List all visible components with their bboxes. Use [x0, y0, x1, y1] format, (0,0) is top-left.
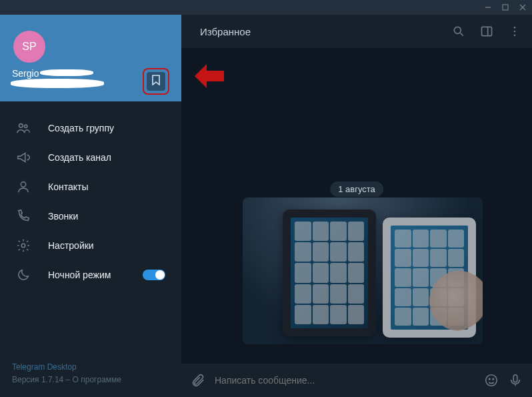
saved-messages-button[interactable]: [147, 72, 165, 91]
svg-point-17: [493, 378, 493, 379]
svg-point-14: [514, 35, 516, 37]
menu-label: Контакты: [48, 181, 88, 192]
sidepanel-button[interactable]: [480, 25, 493, 38]
panel-icon: [480, 25, 493, 38]
svg-point-15: [486, 375, 497, 386]
header-actions: [452, 25, 521, 38]
app-name-label: Telegram Desktop: [12, 361, 169, 374]
chat-header: Избранное: [181, 15, 532, 48]
maximize-button[interactable]: [501, 3, 509, 11]
menu-item-calls[interactable]: Звонки: [0, 202, 181, 231]
svg-point-6: [21, 182, 25, 187]
night-mode-toggle[interactable]: [143, 270, 165, 280]
message-photo[interactable]: [243, 197, 483, 344]
redacted-text: [40, 69, 93, 76]
annotation-highlight: [143, 68, 169, 95]
phone-icon: [16, 209, 31, 224]
person-icon: [16, 179, 31, 194]
svg-rect-18: [513, 375, 517, 382]
separator: –: [63, 375, 72, 384]
menu-label: Настройки: [48, 240, 94, 251]
gear-icon: [16, 238, 31, 253]
emoji-button[interactable]: [484, 373, 499, 388]
message-input[interactable]: [215, 375, 475, 386]
bookmark-icon: [151, 75, 161, 88]
menu-item-contacts[interactable]: Контакты: [0, 172, 181, 202]
voice-button[interactable]: [508, 373, 523, 388]
svg-point-8: [454, 27, 461, 33]
menu-item-night-mode[interactable]: Ночной режим: [0, 260, 181, 290]
more-button[interactable]: [508, 25, 521, 38]
svg-point-12: [514, 27, 516, 29]
redacted-text: [11, 79, 104, 88]
moon-icon: [16, 268, 31, 282]
svg-point-13: [514, 31, 516, 33]
avatar[interactable]: SP: [13, 31, 45, 63]
attach-button[interactable]: [191, 373, 205, 388]
more-icon: [508, 25, 521, 38]
svg-point-7: [21, 244, 25, 248]
smile-icon: [484, 373, 499, 388]
version-text: 1.7.14: [41, 375, 63, 384]
main-menu-drawer: SP Sergio Создать группу: [0, 15, 181, 397]
about-link[interactable]: О программе: [73, 375, 121, 384]
svg-point-4: [19, 124, 23, 128]
avatar-initials: SP: [22, 41, 36, 53]
sidebar-footer: Telegram Desktop Версия 1.7.14 – О прогр…: [0, 353, 181, 397]
window-titlebar: [0, 0, 532, 15]
menu-item-settings[interactable]: Настройки: [0, 231, 181, 260]
svg-rect-10: [482, 27, 492, 35]
microphone-icon: [508, 373, 523, 388]
menu-label: Звонки: [48, 211, 78, 222]
menu-list: Создать группу Создать канал Контакты Зв…: [0, 101, 181, 353]
megaphone-icon: [16, 150, 31, 165]
profile-name: Sergio: [12, 68, 39, 79]
composer: [181, 364, 532, 397]
chat-body[interactable]: 1 августа: [181, 48, 532, 364]
chat-pane: Избранное 1 августа: [181, 15, 532, 397]
people-icon: [16, 121, 31, 135]
svg-point-16: [489, 378, 490, 379]
chat-title[interactable]: Избранное: [192, 26, 452, 37]
menu-label: Создать группу: [48, 123, 114, 133]
menu-item-new-group[interactable]: Создать группу: [0, 113, 181, 143]
menu-item-new-channel[interactable]: Создать канал: [0, 143, 181, 172]
menu-label: Создать канал: [48, 152, 111, 163]
photo-content: [243, 197, 483, 344]
svg-line-9: [461, 33, 463, 36]
close-button[interactable]: [519, 3, 527, 11]
svg-rect-1: [503, 5, 508, 10]
date-separator: 1 августа: [330, 181, 383, 197]
minimize-button[interactable]: [484, 3, 492, 11]
svg-point-5: [24, 125, 27, 127]
version-prefix: Версия: [12, 375, 41, 384]
search-icon: [452, 25, 465, 38]
search-button[interactable]: [452, 25, 465, 38]
paperclip-icon: [191, 373, 205, 388]
profile-header[interactable]: SP Sergio: [0, 15, 181, 101]
menu-label: Ночной режим: [48, 270, 111, 280]
